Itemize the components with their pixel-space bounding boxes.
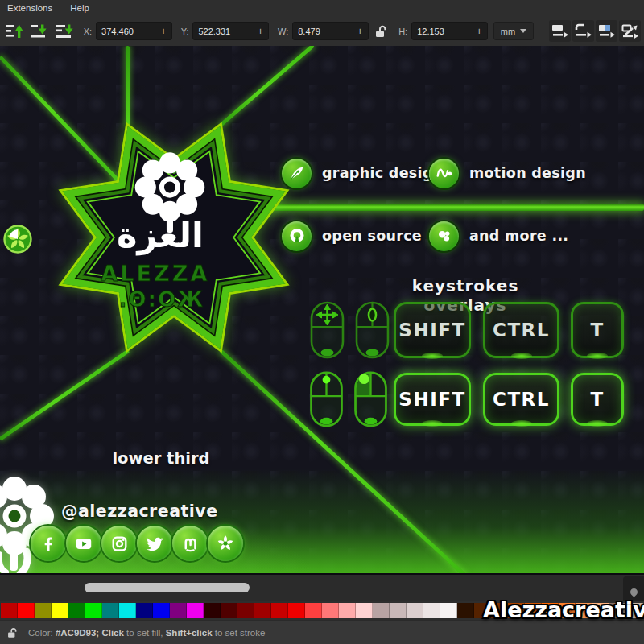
w-field[interactable]: 8.479 − + — [292, 22, 369, 40]
palette-swatch[interactable] — [119, 603, 136, 618]
facebook-icon[interactable] — [31, 526, 66, 561]
unit-dropdown[interactable]: mm — [493, 22, 534, 40]
palette-swatch[interactable] — [390, 603, 407, 618]
mouse-left-click-icon[interactable] — [353, 370, 389, 428]
lower-button[interactable] — [53, 20, 74, 42]
mouse-move-icon[interactable] — [309, 300, 345, 360]
y-minus-button[interactable]: − — [245, 25, 255, 37]
key-label: T — [590, 389, 604, 410]
w-minus-button[interactable]: − — [345, 25, 355, 37]
shutter-icon[interactable] — [208, 526, 243, 561]
key-ctrl-active[interactable]: CTRL — [483, 373, 559, 426]
palette-swatch[interactable] — [305, 603, 322, 618]
raise-to-top-button[interactable] — [3, 20, 24, 42]
palette-swatch[interactable] — [423, 603, 440, 618]
logo-tifinagh-text: .Θ:ΟЖ — [118, 287, 204, 312]
h-field[interactable]: 12.153 − + — [411, 22, 488, 40]
scale-corners-icon — [575, 23, 592, 39]
palette-swatch[interactable] — [35, 603, 52, 618]
status-color-value: #AC9D93; — [56, 628, 99, 638]
w-value[interactable]: 8.479 — [298, 27, 345, 36]
palette-swatch[interactable] — [322, 603, 339, 618]
palette-swatch[interactable] — [373, 603, 390, 618]
palette-swatch[interactable] — [221, 603, 237, 618]
pen-icon — [282, 159, 312, 188]
badge-graphic-design[interactable]: graphic design — [282, 158, 443, 188]
status-bar: Color: #AC9D93; Click to set fill, Shift… — [0, 620, 644, 644]
key-t-active[interactable]: T — [571, 373, 624, 426]
x-value[interactable]: 374.460 — [101, 27, 148, 36]
badge-motion-design[interactable]: motion design — [429, 158, 586, 188]
lock-icon[interactable] — [6, 626, 19, 639]
palette-swatch[interactable] — [288, 603, 305, 618]
key-t[interactable]: T — [571, 302, 624, 358]
youtube-icon[interactable] — [66, 526, 101, 561]
palette-swatch[interactable] — [102, 603, 119, 618]
key-shift-active[interactable]: SHIFT — [394, 373, 471, 426]
key-ctrl[interactable]: CTRL — [483, 302, 559, 358]
status-shift-click: Shift+click — [166, 628, 213, 638]
move-gradients-toggle[interactable] — [596, 20, 617, 42]
status-color-label: Color: — [28, 628, 56, 638]
palette-swatch[interactable] — [407, 603, 423, 618]
key-shift[interactable]: SHIFT — [394, 302, 471, 358]
mouse-wheel-click-icon[interactable] — [308, 370, 345, 428]
palette-swatch[interactable] — [187, 603, 204, 618]
w-plus-button[interactable]: + — [355, 25, 365, 37]
x-plus-button[interactable]: + — [159, 25, 169, 37]
palette-swatch[interactable] — [440, 603, 457, 618]
transform-toggles — [549, 20, 641, 42]
h-plus-button[interactable]: + — [474, 25, 485, 37]
w-label: W: — [278, 27, 288, 36]
palette-swatch[interactable] — [254, 603, 271, 618]
mastodon-icon[interactable] — [172, 526, 208, 561]
mouse-scroll-icon[interactable] — [354, 300, 390, 360]
raise-button[interactable] — [28, 20, 49, 42]
neon-ray-horizontal[interactable] — [266, 204, 644, 211]
scale-corners-toggle[interactable] — [572, 20, 594, 42]
y-value[interactable]: 522.331 — [198, 27, 245, 36]
x-minus-button[interactable]: − — [148, 25, 159, 37]
scale-stroke-toggle[interactable] — [549, 20, 571, 42]
menu-help[interactable]: Help — [70, 3, 89, 13]
instagram-icon[interactable] — [101, 526, 137, 561]
palette-swatch[interactable] — [237, 603, 254, 618]
palette-swatch[interactable] — [356, 603, 373, 618]
x-field[interactable]: 374.460 − + — [96, 22, 172, 40]
cluster-icon — [429, 221, 459, 251]
palette-swatch[interactable] — [153, 603, 170, 618]
raise-to-top-icon — [4, 22, 23, 41]
twitter-icon[interactable] — [137, 526, 172, 561]
palette-swatch[interactable] — [204, 603, 221, 618]
drawing-canvas[interactable]: العزة ALEZZA .Θ:ΟЖ — [0, 46, 644, 575]
palette-swatch[interactable] — [339, 603, 356, 618]
h-scrollbar-thumb[interactable] — [85, 583, 250, 592]
h-value[interactable]: 12.153 — [417, 27, 464, 36]
palette-swatch[interactable] — [52, 603, 68, 618]
chevron-down-icon — [520, 29, 526, 33]
badge-open-source[interactable]: open source — [282, 221, 422, 251]
palette-swatch[interactable] — [457, 603, 474, 618]
palette-swatch[interactable] — [170, 603, 187, 618]
palette-swatch[interactable] — [85, 603, 102, 618]
alezza-logo-star[interactable]: العزة ALEZZA .Θ:ΟЖ — [48, 109, 299, 366]
quick-zoom-icon — [629, 587, 639, 597]
status-fill-text: to set fill, — [124, 628, 166, 638]
key-label: T — [590, 320, 604, 341]
palette-swatch[interactable] — [136, 603, 153, 618]
y-field[interactable]: 522.331 − + — [192, 22, 269, 40]
badge-and-more[interactable]: and more ... — [429, 221, 568, 251]
status-click: Click — [101, 628, 124, 638]
lower-icon — [55, 22, 74, 41]
palette-swatch[interactable] — [271, 603, 288, 618]
h-minus-button[interactable]: − — [464, 25, 474, 37]
shutter-badge-icon[interactable] — [3, 225, 32, 254]
wave-icon — [429, 159, 459, 188]
lock-ratio-button[interactable] — [373, 20, 390, 42]
menu-extensions[interactable]: Extensions — [7, 3, 52, 13]
palette-swatch[interactable] — [1, 603, 18, 618]
move-patterns-toggle[interactable] — [619, 20, 641, 42]
palette-swatch[interactable] — [18, 603, 35, 618]
palette-swatch[interactable] — [68, 603, 85, 618]
y-plus-button[interactable]: + — [255, 25, 266, 37]
